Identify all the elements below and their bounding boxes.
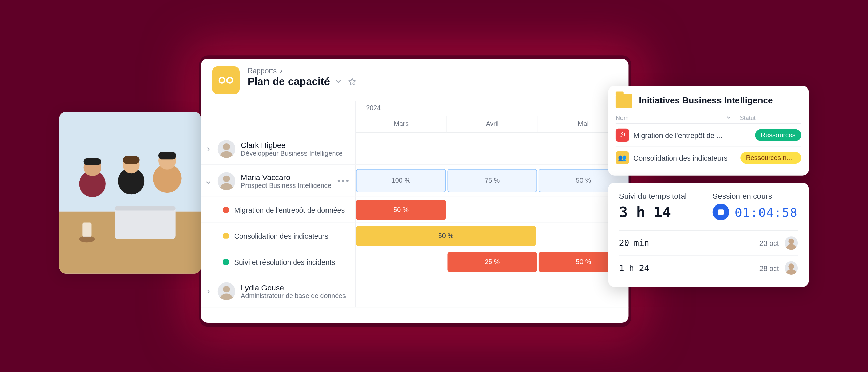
svg-rect-3 xyxy=(115,206,176,239)
row-type-icon: 👥 xyxy=(616,151,629,164)
row-name: Migration de l'entrepôt de ... xyxy=(633,131,755,139)
month-header: Avril xyxy=(447,116,538,132)
svg-point-18 xyxy=(223,143,230,150)
task-name[interactable]: Migration de l'entrepôt de données xyxy=(201,197,356,222)
capacity-plan-card: Rapports › Plan de capacité xyxy=(201,59,629,323)
entry-duration: 1 h 24 xyxy=(619,263,649,273)
status-dot xyxy=(223,259,229,265)
status-badge: Ressources néce... xyxy=(740,152,801,164)
avatar xyxy=(785,261,798,275)
svg-rect-7 xyxy=(84,158,101,165)
status-dot xyxy=(223,233,229,238)
more-options-button[interactable]: ••• xyxy=(337,176,350,185)
svg-point-17 xyxy=(227,78,233,83)
avatar xyxy=(218,282,235,300)
entry-date: 23 oct xyxy=(760,239,779,247)
chevron-down-icon xyxy=(726,115,731,121)
avatar xyxy=(218,172,235,190)
total-time-value: 3 h 14 xyxy=(619,204,687,220)
person-name: Maria Vaccaro xyxy=(241,173,331,181)
chevron-down-icon[interactable] xyxy=(334,78,343,86)
row-name: Consolidation des indicateurs xyxy=(633,154,740,162)
task-name[interactable]: Consolidation des indicateurs xyxy=(201,223,356,249)
svg-rect-10 xyxy=(123,156,140,164)
person-role: Prospect Business Intelligence xyxy=(241,181,331,189)
column-header-name[interactable]: Nom xyxy=(616,115,735,121)
svg-rect-15 xyxy=(82,222,91,237)
initiatives-card: Initiatives Business Intelligence Nom St… xyxy=(608,86,809,176)
expand-toggle[interactable]: ⌄ xyxy=(204,176,212,186)
allocation-bar[interactable]: 75 % xyxy=(447,169,537,192)
svg-point-21 xyxy=(788,239,794,244)
status-dot xyxy=(223,207,229,213)
expand-toggle[interactable]: › xyxy=(204,286,212,296)
initiatives-title: Initiatives Business Intelligence xyxy=(639,96,773,106)
breadcrumb[interactable]: Rapports › xyxy=(248,66,357,75)
time-tracking-card: Suivi du temps total 3 h 14 Session en c… xyxy=(608,183,809,287)
person-role: Développeur Business Intelligence xyxy=(241,149,343,157)
svg-rect-4 xyxy=(115,206,176,210)
star-icon[interactable] xyxy=(348,78,356,86)
status-badge: Ressources xyxy=(755,129,801,141)
svg-point-16 xyxy=(219,78,225,83)
column-header-status[interactable]: Statut xyxy=(735,115,801,121)
entry-duration: 20 min xyxy=(619,238,649,248)
svg-point-22 xyxy=(788,263,794,269)
svg-rect-13 xyxy=(158,152,176,159)
page-title: Plan de capacité xyxy=(248,76,330,88)
time-entry[interactable]: 20 min 23 oct xyxy=(619,231,798,256)
total-time-label: Suivi du temps total xyxy=(619,192,687,200)
task-bar[interactable]: 50 % xyxy=(356,200,446,220)
team-photo xyxy=(59,112,201,274)
svg-point-20 xyxy=(223,286,230,292)
time-entry[interactable]: 1 h 24 28 oct xyxy=(619,256,798,280)
avatar xyxy=(785,236,798,250)
person-name: Lydia Gouse xyxy=(241,283,346,292)
svg-point-19 xyxy=(223,175,230,182)
chevron-right-icon: › xyxy=(280,66,282,75)
entry-date: 28 oct xyxy=(760,264,779,272)
row-type-icon: ⏱ xyxy=(616,129,629,142)
session-label: Session en cours xyxy=(713,192,798,200)
avatar xyxy=(218,140,235,157)
table-row[interactable]: 👥 Consolidation des indicateurs Ressourc… xyxy=(616,147,801,169)
month-header: Mars xyxy=(356,116,447,132)
table-row[interactable]: ⏱ Migration de l'entrepôt de ... Ressour… xyxy=(616,124,801,147)
folder-icon xyxy=(616,94,632,108)
task-name[interactable]: Suivi et résolution des incidents xyxy=(201,249,356,275)
person-name: Clark Higbee xyxy=(241,140,343,149)
stop-button[interactable] xyxy=(713,204,729,220)
app-icon xyxy=(212,66,240,94)
allocation-bar[interactable]: 100 % xyxy=(356,169,446,192)
task-bar[interactable]: 50 % xyxy=(356,226,536,246)
person-role: Administrateur de base de données xyxy=(241,292,346,299)
timeline-year: 2024 xyxy=(356,101,628,116)
expand-toggle[interactable]: › xyxy=(204,144,212,154)
task-bar[interactable]: 25 % xyxy=(447,252,537,272)
session-time-value: 01:04:58 xyxy=(735,205,798,219)
